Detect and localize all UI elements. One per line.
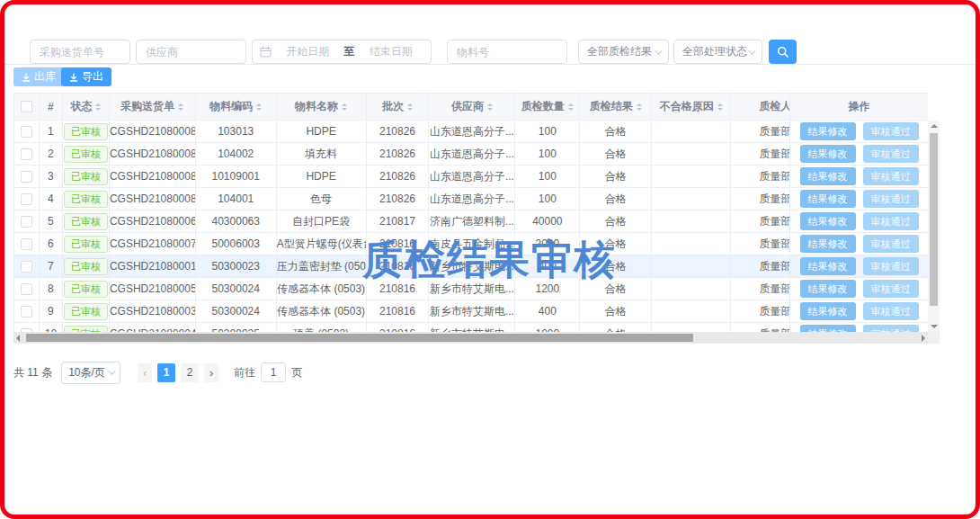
vertical-scrollbar[interactable] — [928, 121, 940, 332]
cell-material_name: 传感器本体 (0503) — [277, 300, 367, 322]
scroll-left-arrow-icon[interactable] — [16, 335, 20, 342]
sort-caret-icon[interactable] — [637, 103, 642, 111]
cell-text-material_name: 传感器本体 (0503) — [277, 282, 365, 297]
row-checkbox[interactable] — [21, 148, 32, 160]
row-checkbox[interactable] — [21, 283, 32, 295]
approve-button[interactable]: 审核通过 — [863, 302, 919, 320]
sort-caret-icon[interactable] — [256, 103, 262, 111]
modify-result-button[interactable]: 结果修改 — [800, 212, 856, 230]
sort-caret-icon[interactable] — [178, 103, 183, 111]
approve-button[interactable]: 审核通过 — [863, 235, 919, 253]
page-button-1[interactable]: 1 — [157, 363, 175, 382]
table-row[interactable]: 10已审核CGSHD2108000450300025顶盖 (0503)21081… — [13, 323, 821, 332]
column-header-material_code[interactable]: 物料编码 — [196, 94, 277, 120]
table-row[interactable]: 8已审核CGSHD2108000550300024传感器本体 (0503)210… — [13, 278, 821, 300]
horizontal-scrollbar[interactable] — [13, 332, 928, 344]
table-row[interactable]: 9已审核CGSHD2108000350300024传感器本体 (0503)210… — [13, 300, 821, 323]
cell-text-qty: 1200 — [535, 282, 559, 295]
table-row[interactable]: 7已审核CGSHD2108000150300023压力盖密封垫 (0503)21… — [13, 255, 821, 278]
scrollbar-corner — [928, 332, 940, 344]
row-checkbox[interactable] — [21, 193, 32, 205]
scroll-right-arrow-icon[interactable] — [922, 335, 925, 342]
modify-result-button[interactable]: 结果修改 — [800, 325, 856, 332]
purchase-delivery-no-input[interactable] — [30, 40, 130, 64]
supplier-input[interactable] — [136, 40, 246, 64]
approve-button[interactable]: 审核通过 — [863, 145, 919, 163]
column-header-batch[interactable]: 批次 — [367, 94, 430, 120]
horizontal-scrollbar-thumb[interactable] — [26, 334, 693, 342]
approve-button[interactable]: 审核通过 — [863, 280, 919, 298]
column-header-order_no[interactable]: 采购送货单 — [110, 94, 196, 120]
sort-caret-icon[interactable] — [407, 103, 413, 111]
cell-text-material_name: A型簧片螺母(仪表台) — [277, 237, 366, 252]
select-all-checkbox[interactable] — [21, 101, 32, 112]
page-size-select[interactable]: 10条/页 — [61, 362, 120, 384]
cell-text-batch: 210816 — [379, 305, 415, 318]
prev-page-button[interactable]: ‹ — [138, 363, 152, 382]
material-no-input[interactable] — [447, 40, 567, 64]
cell-qty: 100 — [515, 188, 580, 210]
cell-text-index: 7 — [48, 260, 54, 273]
table-row[interactable]: 2已审核CGSHD21080008104002填充料210826山东道恩高分子.… — [13, 143, 821, 166]
row-checkbox[interactable] — [21, 171, 32, 183]
modify-result-button[interactable]: 结果修改 — [800, 302, 856, 320]
column-header-qty[interactable]: 质检数量 — [515, 94, 580, 120]
date-range-picker[interactable]: 开始日期 至 结束日期 — [252, 40, 432, 64]
row-checkbox[interactable] — [21, 238, 32, 250]
table-row[interactable]: 1已审核CGSHD21080008103013HDPE210826山东道恩高分子… — [13, 121, 821, 143]
modify-result-button[interactable]: 结果修改 — [800, 122, 856, 140]
cell-material_code: 50300025 — [196, 323, 277, 332]
vertical-scrollbar-thumb[interactable] — [930, 133, 938, 306]
modify-result-button[interactable]: 结果修改 — [800, 235, 856, 253]
sort-caret-icon[interactable] — [568, 103, 574, 111]
outbound-button[interactable]: 出库 — [13, 67, 64, 86]
cell-supplier: 山东道恩高分子... — [429, 121, 515, 142]
sort-caret-icon[interactable] — [95, 103, 101, 111]
status-tag: 已审核 — [64, 191, 108, 208]
approve-button[interactable]: 审核通过 — [863, 190, 919, 208]
table-row[interactable]: 5已审核CGSHD2108000640300063自封口PE袋210817济南广… — [13, 210, 821, 233]
row-checkbox[interactable] — [21, 306, 32, 318]
column-header-reason[interactable]: 不合格原因 — [652, 94, 731, 120]
table-row[interactable]: 3已审核CGSHD2108000810109001HDPE210826山东道恩高… — [13, 166, 821, 188]
goto-page-input[interactable] — [261, 362, 286, 382]
fixed-operation-column: 操作 结果修改审核通过结果修改审核通过结果修改审核通过结果修改审核通过结果修改审… — [789, 93, 928, 332]
approve-button[interactable]: 审核通过 — [863, 167, 919, 185]
modify-result-button[interactable]: 结果修改 — [800, 145, 856, 163]
row-checkbox[interactable] — [21, 261, 32, 273]
qc-result-select[interactable]: 全部质检结果 — [578, 40, 669, 64]
sort-caret-icon[interactable] — [487, 103, 493, 111]
column-header-material_name[interactable]: 物料名称 — [277, 94, 367, 120]
column-header-supplier[interactable]: 供应商 — [429, 94, 515, 120]
goto-unit-label: 页 — [291, 365, 302, 380]
export-button[interactable]: 导出 — [61, 67, 111, 86]
start-date-placeholder[interactable]: 开始日期 — [275, 44, 341, 59]
modify-result-button[interactable]: 结果修改 — [800, 190, 856, 208]
modify-result-button[interactable]: 结果修改 — [800, 280, 856, 298]
cell-text-batch: 210826 — [379, 170, 415, 183]
table-row[interactable]: 4已审核CGSHD21080008104001色母210826山东道恩高分子..… — [13, 188, 821, 210]
approve-button[interactable]: 审核通过 — [863, 122, 919, 140]
column-header-status[interactable]: 状态 — [63, 94, 110, 120]
cell-status: 已审核 — [63, 323, 110, 332]
approve-button[interactable]: 审核通过 — [863, 325, 919, 332]
approve-button[interactable]: 审核通过 — [863, 257, 919, 275]
column-header-result[interactable]: 质检结果 — [580, 94, 652, 120]
sort-caret-icon[interactable] — [717, 103, 723, 111]
operation-row: 结果修改审核通过 — [790, 188, 928, 210]
page-button-2[interactable]: 2 — [181, 363, 199, 382]
row-checkbox[interactable] — [21, 126, 32, 138]
search-button[interactable] — [769, 40, 797, 64]
sort-caret-icon[interactable] — [342, 103, 347, 111]
end-date-placeholder[interactable]: 结束日期 — [359, 44, 424, 59]
process-status-select[interactable]: 全部处理状态 — [673, 40, 762, 64]
row-checkbox[interactable] — [21, 216, 32, 228]
scroll-up-arrow-icon[interactable] — [931, 124, 938, 128]
modify-result-button[interactable]: 结果修改 — [800, 167, 856, 185]
next-page-button[interactable]: › — [204, 363, 218, 382]
outbound-label: 出库 — [34, 69, 56, 85]
table-row[interactable]: 6已审核CGSHD2108000750006003A型簧片螺母(仪表台)2108… — [13, 233, 821, 255]
approve-button[interactable]: 审核通过 — [863, 212, 919, 230]
modify-result-button[interactable]: 结果修改 — [800, 257, 856, 275]
scroll-down-arrow-icon[interactable] — [931, 325, 938, 328]
